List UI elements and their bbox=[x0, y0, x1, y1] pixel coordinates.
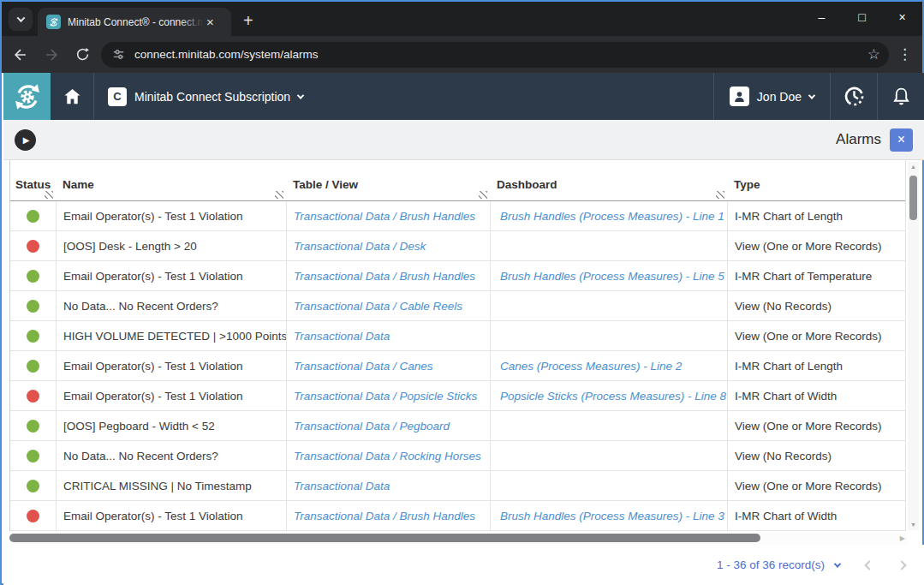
panel-close-button[interactable]: × bbox=[890, 128, 913, 152]
column-resize-handle[interactable] bbox=[716, 191, 724, 199]
minimize-button[interactable]: – bbox=[802, 10, 842, 24]
table-view-link[interactable]: Transactional Data / Rocking Horses bbox=[286, 441, 490, 470]
table-view-link[interactable]: Transactional Data bbox=[286, 321, 490, 350]
table-row[interactable]: HIGH VOLUME DETECTED | >1000 Points Tran… bbox=[10, 321, 905, 351]
browser-menu-icon[interactable]: ⋮ bbox=[897, 45, 912, 63]
column-resize-handle[interactable] bbox=[479, 191, 487, 199]
column-header-status[interactable]: Status bbox=[10, 160, 56, 200]
table-row[interactable]: No Data... No Recent Orders? Transaction… bbox=[10, 291, 905, 321]
alarm-name: Email Operator(s) - Test 1 Violation bbox=[56, 201, 286, 230]
dashboard-link[interactable] bbox=[490, 321, 727, 350]
status-dot bbox=[27, 300, 39, 313]
column-header-type[interactable]: Type bbox=[727, 160, 905, 200]
site-settings-icon[interactable] bbox=[111, 47, 126, 62]
dashboard-link[interactable] bbox=[490, 411, 727, 440]
table-view-link[interactable]: Transactional Data bbox=[286, 471, 490, 500]
table-row[interactable]: [OOS] Pegboard - Width < 52 Transactiona… bbox=[10, 411, 905, 441]
user-name: Jon Doe bbox=[757, 90, 802, 104]
chevron-down-icon bbox=[808, 92, 815, 98]
user-menu[interactable]: Jon Doe bbox=[714, 73, 830, 120]
alarm-type: I-MR Chart of Width bbox=[727, 501, 905, 530]
tab-title: Minitab Connect® - connect.mi bbox=[68, 16, 203, 28]
home-button[interactable] bbox=[51, 73, 93, 120]
status-dot bbox=[27, 510, 39, 522]
dashboard-link[interactable]: Brush Handles (Process Measures) - Line … bbox=[490, 201, 727, 230]
table-row[interactable]: [OOS] Desk - Length > 20 Transactional D… bbox=[10, 231, 905, 261]
alarm-name: No Data... No Recent Orders? bbox=[56, 291, 286, 320]
table-view-link[interactable]: Transactional Data / Pegboard bbox=[286, 411, 490, 440]
scroll-down-arrow-icon[interactable]: ▼ bbox=[908, 520, 919, 530]
table-view-link[interactable]: Transactional Data / Cable Reels bbox=[286, 291, 490, 320]
table-header-row: Status Name Table / View Dashboard Type bbox=[10, 160, 905, 201]
chevron-down-icon bbox=[297, 92, 304, 98]
column-resize-handle[interactable] bbox=[45, 191, 53, 199]
maximize-button[interactable]: □ bbox=[842, 10, 882, 24]
url-text[interactable]: connect.minitab.com/system/alarms bbox=[134, 48, 867, 61]
new-tab-button[interactable]: + bbox=[243, 12, 253, 29]
table-view-link[interactable]: Transactional Data / Canes bbox=[286, 351, 490, 380]
table-row[interactable]: No Data... No Recent Orders? Transaction… bbox=[10, 441, 905, 471]
dashboard-link[interactable] bbox=[490, 291, 727, 320]
alarm-name: Email Operator(s) - Test 1 Violation bbox=[56, 261, 286, 290]
subscription-selector[interactable]: C Minitab Connect Subscription bbox=[94, 73, 317, 120]
url-bar[interactable]: connect.minitab.com/system/alarms ☆ bbox=[101, 42, 889, 68]
chevron-left-icon bbox=[864, 560, 873, 570]
previous-page-button[interactable] bbox=[866, 562, 873, 569]
records-count-dropdown[interactable]: 1 - 36 of 36 record(s) bbox=[717, 558, 840, 571]
table-row[interactable]: Email Operator(s) - Test 1 Violation Tra… bbox=[10, 381, 905, 411]
next-page-button[interactable] bbox=[898, 562, 905, 569]
table-view-link[interactable]: Transactional Data / Desk bbox=[286, 231, 490, 260]
column-header-table-view[interactable]: Table / View bbox=[286, 160, 490, 200]
column-header-dashboard[interactable]: Dashboard bbox=[490, 160, 727, 200]
status-dot bbox=[27, 210, 39, 223]
dashboard-link[interactable]: Popsicle Sticks (Process Measures) - Lin… bbox=[490, 381, 727, 410]
dashboard-link[interactable] bbox=[490, 231, 727, 260]
alarm-type: I-MR Chart of Temperature bbox=[727, 261, 905, 290]
table-row[interactable]: CRITICAL MISSING | No Timestamp Transact… bbox=[10, 471, 905, 501]
vertical-scrollbar-thumb[interactable] bbox=[909, 176, 917, 220]
horizontal-scrollbar-thumb[interactable] bbox=[9, 534, 760, 542]
panel-right-group: Alarms × bbox=[836, 128, 913, 152]
table-view-link[interactable]: Transactional Data / Brush Handles bbox=[286, 501, 490, 530]
close-window-button[interactable]: × bbox=[882, 10, 922, 24]
dashboard-link[interactable]: Brush Handles (Process Measures) - Line … bbox=[490, 501, 727, 530]
notifications-bell-button[interactable] bbox=[878, 73, 924, 120]
alarm-name: Email Operator(s) - Test 1 Violation bbox=[56, 351, 286, 380]
dashboard-link[interactable] bbox=[490, 471, 727, 500]
dashboard-link[interactable] bbox=[490, 441, 727, 470]
column-header-name[interactable]: Name bbox=[56, 160, 286, 200]
alarm-type: View (One or More Records) bbox=[727, 321, 905, 350]
vertical-scrollbar[interactable]: ▲ ▼ bbox=[908, 162, 919, 530]
alarm-name: [OOS] Desk - Length > 20 bbox=[56, 231, 286, 260]
table-row[interactable]: Email Operator(s) - Test 1 Violation Tra… bbox=[10, 351, 905, 381]
table-row[interactable]: Email Operator(s) - Test 1 Violation Tra… bbox=[10, 201, 905, 231]
alarm-type: View (One or More Records) bbox=[727, 471, 905, 500]
scroll-right-arrow-icon[interactable]: ▶ bbox=[900, 534, 905, 542]
table-row[interactable]: Email Operator(s) - Test 1 Violation Tra… bbox=[10, 501, 905, 531]
table-view-link[interactable]: Transactional Data / Brush Handles bbox=[286, 261, 490, 290]
horizontal-scrollbar[interactable]: ▶ bbox=[9, 532, 907, 545]
dashboard-link[interactable]: Brush Handles (Process Measures) - Line … bbox=[490, 261, 727, 290]
back-button[interactable] bbox=[9, 43, 33, 67]
pagination-footer: 1 - 36 of 36 record(s) bbox=[3, 545, 924, 585]
table-view-link[interactable]: Transactional Data / Popsicle Sticks bbox=[286, 381, 490, 410]
tab-close-icon[interactable]: × bbox=[206, 15, 214, 28]
nav-right-group: Jon Doe bbox=[713, 73, 924, 120]
tab-search-button[interactable] bbox=[9, 8, 33, 31]
scroll-up-arrow-icon[interactable]: ▲ bbox=[908, 162, 919, 172]
browser-tab[interactable]: Minitab Connect® - connect.mi × bbox=[38, 8, 231, 36]
alarms-panel-bar: ▶ Alarms × bbox=[3, 120, 924, 160]
minitab-connect-logo[interactable] bbox=[3, 73, 51, 120]
reload-button[interactable] bbox=[70, 43, 94, 67]
status-dot bbox=[27, 360, 39, 373]
forward-button[interactable] bbox=[39, 43, 63, 67]
status-dot bbox=[27, 270, 39, 283]
bookmark-star-icon[interactable]: ☆ bbox=[867, 45, 880, 63]
column-resize-handle[interactable] bbox=[275, 191, 283, 199]
run-play-button[interactable]: ▶ bbox=[15, 129, 36, 151]
history-clock-button[interactable] bbox=[831, 73, 877, 120]
dashboard-link[interactable]: Canes (Process Measures) - Line 2 bbox=[490, 351, 727, 380]
table-row[interactable]: Email Operator(s) - Test 1 Violation Tra… bbox=[10, 261, 905, 291]
table-view-link[interactable]: Transactional Data / Brush Handles bbox=[286, 201, 490, 230]
alarm-name: HIGH VOLUME DETECTED | >1000 Points bbox=[56, 321, 286, 350]
